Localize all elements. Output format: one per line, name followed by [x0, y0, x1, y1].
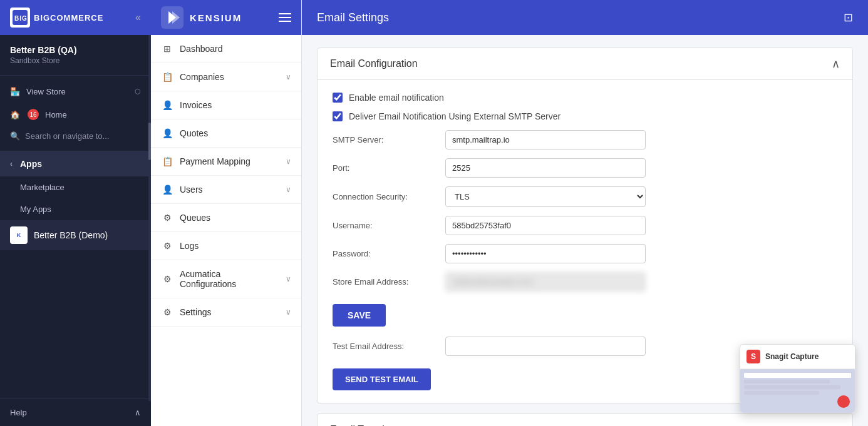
kensium-logo-text: KENSIUM [190, 13, 242, 23]
bc-collapse-button[interactable]: « [135, 12, 141, 23]
test-email-input[interactable] [445, 337, 646, 356]
bc-store-name: Better B2B (QA) [10, 45, 141, 55]
apps-header[interactable]: ‹ Apps [0, 151, 151, 176]
settings-label: Settings [180, 307, 279, 317]
bc-header: BIG BIGCOMMERCE « [0, 0, 151, 35]
svg-marker-3 [172, 11, 180, 24]
smtp-server-input[interactable] [445, 130, 646, 150]
port-row: Port: [333, 158, 837, 178]
users-icon: 👤 [161, 185, 173, 195]
home-label: Home [45, 110, 67, 119]
snagit-popup: S Snagit Capture [740, 344, 855, 413]
store-email-row: Store Email Address: [333, 272, 837, 292]
bc-logo-text: BIGCOMMERCE [34, 13, 103, 23]
snagit-title: Snagit Capture [765, 352, 819, 361]
password-label: Password: [333, 249, 445, 258]
home-nav-item[interactable]: 🏠 16 Home [0, 103, 151, 126]
kensium-logo-icon [161, 6, 183, 29]
quotes-icon: 👤 [161, 128, 173, 138]
bc-quick-nav: 🏪 View Store ⬡ 🏠 16 Home 🔍 Search or nav… [0, 76, 151, 151]
password-row: Password: [333, 244, 837, 263]
settings-chevron-icon: ∨ [286, 308, 291, 317]
exit-icon[interactable]: ⊡ [844, 11, 853, 24]
snagit-preview [740, 369, 855, 413]
bc-sidebar: BIG BIGCOMMERCE « Better B2B (QA) Sandbo… [0, 0, 151, 426]
invoices-menu-item[interactable]: 👤 Invoices [151, 91, 301, 119]
payment-mapping-chevron-icon: ∨ [286, 157, 291, 166]
email-config-header: Email Configuration ∧ [318, 48, 852, 80]
snagit-preview-content [740, 369, 855, 398]
quotes-menu-item[interactable]: 👤 Quotes [151, 119, 301, 148]
queues-label: Queues [180, 213, 291, 223]
password-input[interactable] [445, 244, 646, 263]
kensium-logo: KENSIUM [161, 6, 242, 29]
app-entry-icon: K [10, 226, 28, 244]
acumatica-configurations-menu-item[interactable]: ⚙ Acumatica Configurations ∨ [151, 260, 301, 298]
deliver-notification-checkbox[interactable] [333, 111, 343, 121]
bc-scrollbar-track [148, 35, 151, 401]
acumatica-icon: ⚙ [161, 274, 173, 284]
send-test-email-button[interactable]: SEND TEST EMAIL [333, 368, 431, 390]
enable-notification-checkbox[interactable] [333, 93, 343, 103]
settings-menu-item[interactable]: ⚙ Settings ∨ [151, 298, 301, 327]
users-label: Users [180, 185, 279, 195]
main-header: Email Settings ⊡ [302, 0, 868, 35]
store-email-label: Store Email Address: [333, 277, 445, 287]
external-link-icon: ⬡ [135, 88, 141, 96]
logs-icon: ⚙ [161, 241, 173, 251]
search-placeholder: Search or navigate to... [25, 131, 109, 141]
bc-logo-icon: BIG [10, 8, 30, 28]
snagit-record-dot[interactable] [837, 395, 850, 408]
snagit-header: S Snagit Capture [740, 345, 855, 369]
bc-logo: BIG BIGCOMMERCE [10, 8, 103, 28]
username-label: Username: [333, 221, 445, 230]
store-email-input[interactable] [445, 272, 646, 292]
logs-label: Logs [180, 241, 291, 251]
home-icon: 🏠 [10, 110, 20, 119]
users-chevron-icon: ∨ [286, 185, 291, 194]
save-button[interactable]: SAVE [333, 304, 386, 327]
payment-mapping-menu-item[interactable]: 📋 Payment Mapping ∨ [151, 148, 301, 176]
username-input[interactable] [445, 216, 646, 235]
port-input[interactable] [445, 158, 646, 178]
help-label: Help [10, 408, 27, 417]
kensium-header: KENSIUM [151, 0, 301, 35]
my-apps-nav-item[interactable]: My Apps [0, 198, 151, 220]
connection-security-label: Connection Security: [333, 192, 445, 201]
invoices-icon: 👤 [161, 100, 173, 110]
users-menu-item[interactable]: 👤 Users ∨ [151, 176, 301, 204]
dashboard-menu-item[interactable]: ⊞ Dashboard [151, 35, 301, 63]
store-icon: 🏪 [10, 87, 20, 96]
smtp-server-label: SMTP Server: [333, 135, 445, 145]
view-store-label: View Store [26, 87, 66, 96]
email-templates-expand-icon[interactable]: ∨ [832, 423, 840, 426]
bc-scrollbar-thumb[interactable] [148, 123, 151, 160]
port-label: Port: [333, 163, 445, 173]
companies-menu-item[interactable]: 📋 Companies ∨ [151, 63, 301, 91]
view-store-nav-item[interactable]: 🏪 View Store ⬡ [0, 81, 151, 103]
companies-icon: 📋 [161, 72, 173, 82]
payment-mapping-label: Payment Mapping [180, 156, 279, 166]
dashboard-label: Dashboard [180, 44, 291, 54]
smtp-server-row: SMTP Server: [333, 130, 837, 150]
apps-collapse-icon: ‹ [10, 160, 13, 168]
better-b2b-app-entry[interactable]: K Better B2B (Demo) [0, 220, 151, 250]
logs-menu-item[interactable]: ⚙ Logs [151, 232, 301, 260]
bc-store-info: Better B2B (QA) Sandbox Store [0, 35, 151, 76]
bc-search-bar[interactable]: 🔍 Search or navigate to... [0, 126, 151, 146]
email-config-collapse-icon[interactable]: ∧ [832, 57, 840, 71]
connection-security-select[interactable]: TLS SSL None [445, 186, 646, 207]
enable-notification-row: Enable email notification [333, 93, 837, 103]
hamburger-button[interactable] [279, 13, 291, 22]
apps-label: Apps [20, 159, 42, 169]
bc-help-item[interactable]: Help ∧ [0, 398, 151, 426]
my-apps-label: My Apps [20, 205, 51, 214]
email-templates-section: Email Templates ∨ [317, 413, 853, 426]
marketplace-label: Marketplace [20, 183, 65, 192]
queues-menu-item[interactable]: ⚙ Queues [151, 204, 301, 232]
email-templates-header: Email Templates ∨ [318, 414, 852, 426]
companies-chevron-icon: ∨ [286, 73, 291, 81]
marketplace-nav-item[interactable]: Marketplace [0, 176, 151, 198]
bc-store-subtitle: Sandbox Store [10, 56, 141, 65]
test-email-label: Test Email Address: [333, 342, 445, 351]
